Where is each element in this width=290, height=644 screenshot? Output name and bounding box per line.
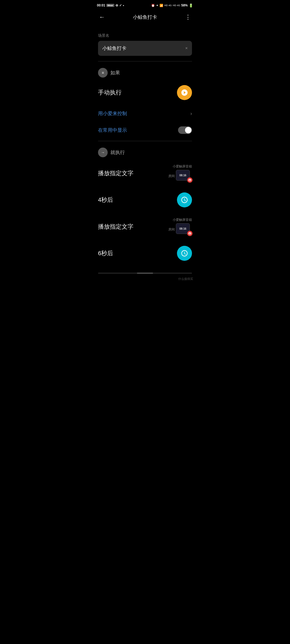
- more-button[interactable]: ⋮: [184, 13, 192, 22]
- execute-icon: [181, 89, 188, 96]
- status-check-icon: ✓: [119, 3, 122, 7]
- divider-1: [98, 61, 192, 61]
- back-button[interactable]: ←: [98, 13, 106, 22]
- action-2-device-name: 小爱触屏音箱: [173, 218, 192, 222]
- watermark: 什么值得买: [93, 276, 197, 283]
- execute-button[interactable]: [177, 85, 192, 100]
- if-label: 如果: [110, 69, 120, 76]
- action-1-room: 房间: [168, 174, 175, 178]
- manual-execute-label: 手动执行: [98, 89, 122, 97]
- divider-2: [98, 141, 192, 141]
- wear-badge: Wear: [106, 4, 114, 7]
- action-1-device-name: 小爱触屏音箱: [173, 164, 192, 169]
- timer-2-label: 6秒后: [98, 249, 113, 257]
- then-icon: →: [98, 148, 108, 157]
- page-title: 小鲸鱼打卡: [133, 14, 157, 20]
- bluetooth-icon: ✦: [156, 4, 158, 7]
- xiaoai-arrow-icon: ›: [190, 111, 192, 116]
- scene-name-value: 小鲸鱼打卡: [102, 45, 126, 52]
- status-dot: ●: [123, 4, 124, 7]
- common-display-row: 在常用中显示: [98, 122, 192, 139]
- timer-button-2[interactable]: [177, 246, 192, 261]
- device-time-1: 08:16: [179, 174, 186, 177]
- then-section: → 就执行: [98, 143, 192, 159]
- device-card-2[interactable]: 08:16: [176, 223, 192, 236]
- action-2-right: 小爱触屏音箱 房间 08:16: [168, 218, 192, 236]
- device-time-2: 08:16: [179, 227, 186, 230]
- common-display-label: 在常用中显示: [98, 127, 127, 133]
- status-left: 00:01 Wear ⊖ ✓ ●: [97, 3, 124, 7]
- alarm-icon: ⏰: [151, 4, 155, 7]
- device-settings-icon-2: [188, 232, 191, 235]
- clear-icon[interactable]: ×: [185, 46, 188, 51]
- battery-icon: 🔋: [189, 3, 193, 8]
- device-settings-icon-1: [188, 178, 191, 182]
- timer-row-2: 6秒后: [98, 240, 192, 266]
- action-2-label: 播放指定文字: [98, 223, 133, 231]
- status-icons: ⏰ ✦ 📶 HD 4G HD 4G 58% 🔋: [151, 3, 193, 8]
- signal-hd2-icon: HD 4G: [173, 4, 180, 7]
- xiaoai-control-row[interactable]: 用小爱来控制 ›: [98, 105, 192, 122]
- then-label: 就执行: [110, 149, 125, 156]
- timer-icon-2: [181, 250, 188, 257]
- timer-row-1: 4秒后: [98, 187, 192, 213]
- toggle-knob: [185, 127, 191, 133]
- action-1-right: 小爱触屏音箱 房间 08:16: [168, 164, 192, 182]
- action-row-1: 播放指定文字 小爱触屏音箱 房间 08:16: [98, 159, 192, 187]
- wifi-icon: 📶: [160, 4, 163, 7]
- action-row-2: 播放指定文字 小爱触屏音箱 房间 08:16: [98, 213, 192, 240]
- manual-execute-row: 手动执行: [98, 80, 192, 105]
- status-time: 00:01: [97, 3, 105, 7]
- then-arrow-symbol: →: [101, 150, 105, 155]
- scene-name-input-container[interactable]: 小鲸鱼打卡 ×: [98, 41, 192, 56]
- signal-hd-icon: HD 4G: [164, 4, 172, 7]
- top-nav: ← 小鲸鱼打卡 ⋮: [93, 10, 197, 25]
- device-badge-2: [187, 231, 193, 236]
- battery-percent: 58%: [181, 3, 188, 7]
- status-bar: 00:01 Wear ⊖ ✓ ● ⏰ ✦ 📶 HD 4G HD 4G 58% 🔋: [93, 0, 197, 10]
- timer-button-1[interactable]: [177, 192, 192, 207]
- scene-name-label: 场景名: [98, 33, 192, 38]
- scene-name-section: 场景名 小鲸鱼打卡 ×: [98, 33, 192, 56]
- common-display-toggle[interactable]: [178, 126, 192, 134]
- timer-1-label: 4秒后: [98, 196, 113, 204]
- if-icon: ≡: [98, 68, 108, 78]
- if-section: ≡ 如果: [98, 64, 192, 80]
- scroll-thumb: [137, 273, 153, 274]
- device-card-1[interactable]: 08:16: [176, 170, 192, 182]
- main-content: 场景名 小鲸鱼打卡 × ≡ 如果 手动执行 用小爱来控制 › 在常用中显示: [93, 25, 197, 270]
- if-icon-symbol: ≡: [102, 71, 104, 75]
- status-minus-icon: ⊖: [115, 3, 118, 7]
- scroll-indicator: [98, 273, 192, 274]
- action-2-room: 房间: [168, 227, 175, 232]
- device-badge-1: [187, 177, 193, 183]
- timer-icon-1: [181, 196, 188, 204]
- action-1-label: 播放指定文字: [98, 169, 133, 177]
- xiaoai-control-label: 用小爱来控制: [98, 110, 127, 117]
